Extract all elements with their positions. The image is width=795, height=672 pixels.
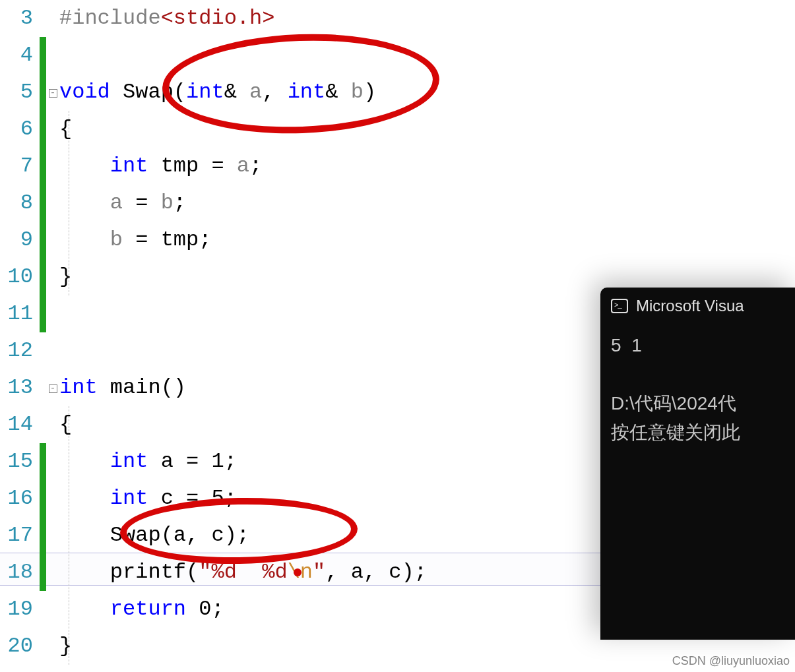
code-line-6[interactable]: { bbox=[59, 111, 795, 148]
terminal-icon bbox=[611, 299, 628, 313]
line-number: 10 bbox=[0, 259, 33, 295]
line-number: 20 bbox=[0, 628, 33, 665]
code-line-5[interactable]: void Swap(int& a, int& b) bbox=[59, 74, 795, 111]
line-number-gutter: 3 4 5 6 7 8 9 10 11 12 13 14 15 16 17 18… bbox=[0, 0, 40, 672]
fold-column: - - bbox=[46, 0, 59, 672]
line-number: 13 bbox=[0, 369, 33, 406]
console-output[interactable]: 5 1 D:\代码\2024代 按任意键关闭此 bbox=[600, 324, 795, 454]
fold-collapse-icon[interactable]: - bbox=[49, 89, 57, 98]
line-number: 16 bbox=[0, 480, 33, 517]
line-number: 5 bbox=[0, 74, 33, 111]
console-window[interactable]: Microsoft Visua 5 1 D:\代码\2024代 按任意键关闭此 bbox=[600, 288, 795, 640]
line-number: 15 bbox=[0, 443, 33, 480]
line-number: 18 bbox=[0, 554, 33, 591]
change-indicator-column bbox=[40, 0, 46, 672]
line-number: 9 bbox=[0, 222, 33, 259]
line-number: 17 bbox=[0, 517, 33, 554]
code-line-7[interactable]: int tmp = a; bbox=[59, 148, 795, 185]
line-number: 8 bbox=[0, 185, 33, 222]
line-number: 14 bbox=[0, 406, 33, 443]
line-number: 6 bbox=[0, 111, 33, 148]
code-line-9[interactable]: b = tmp; bbox=[59, 222, 795, 259]
line-number: 7 bbox=[0, 148, 33, 185]
console-title: Microsoft Visua bbox=[636, 297, 744, 315]
change-bar bbox=[40, 37, 46, 332]
line-number: 4 bbox=[0, 37, 33, 74]
code-line-8[interactable]: a = b; bbox=[59, 185, 795, 222]
code-line-3[interactable]: #include<stdio.h> bbox=[59, 0, 795, 37]
line-number: 12 bbox=[0, 332, 33, 369]
change-bar bbox=[40, 443, 46, 591]
console-titlebar[interactable]: Microsoft Visua bbox=[600, 288, 795, 324]
fold-collapse-icon[interactable]: - bbox=[49, 384, 57, 393]
line-number: 11 bbox=[0, 295, 33, 332]
code-line-4[interactable] bbox=[59, 37, 795, 74]
line-number: 19 bbox=[0, 591, 33, 628]
line-number: 3 bbox=[0, 0, 33, 37]
watermark-text: CSDN @liuyunluoxiao bbox=[672, 654, 790, 668]
